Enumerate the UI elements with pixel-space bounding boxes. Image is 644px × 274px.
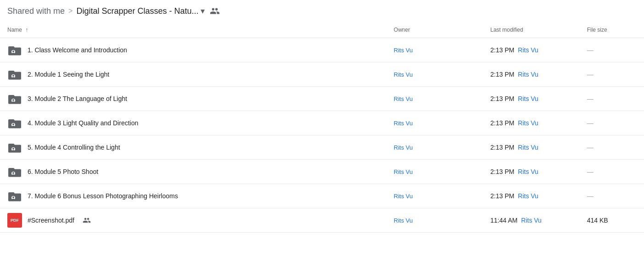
file-name-label: #Screenshot.pdf [28,217,74,224]
file-size: — [580,38,644,62]
size-dash: — [587,46,594,54]
size-dash: — [587,168,594,175]
chevron-down-icon[interactable]: ▾ [201,6,205,16]
modified-time: 2:13 PM [490,119,516,127]
folder-icon [7,140,22,155]
table-row[interactable]: 4. Module 3 Light Quality and DirectionR… [0,111,644,135]
file-name-cell: 3. Module 2 The Language of Light [7,91,379,106]
breadcrumb-current-label: Digital Scrapper Classes - Natu... [76,6,198,16]
file-size: — [580,160,644,184]
modified-cell: 2:13 PM Rits Vu [483,87,579,111]
modified-cell: 2:13 PM Rits Vu [483,135,579,160]
shared-people-icon [83,216,91,224]
size-dash: — [587,71,594,78]
modified-owner-link[interactable]: Rits Vu [518,46,538,54]
modified-cell: 2:13 PM Rits Vu [483,184,579,208]
file-name-cell: 1. Class Welcome and Introduction [7,43,379,57]
owner-link[interactable]: Rits Vu [394,47,413,54]
folder-icon [7,116,22,130]
file-size: — [580,62,644,87]
owner-link[interactable]: Rits Vu [394,95,413,102]
table-header-row: Name ↑ Owner Last modified File size [0,22,644,38]
owner-link[interactable]: Rits Vu [394,217,413,224]
table-row[interactable]: 2. Module 1 Seeing the LightRits Vu2:13 … [0,62,644,87]
modified-time: 11:44 AM [490,217,519,224]
owner-link[interactable]: Rits Vu [394,144,413,151]
breadcrumb-current-folder: Digital Scrapper Classes - Natu... ▾ [76,6,204,16]
file-name-cell: 4. Module 3 Light Quality and Direction [7,116,379,130]
folder-icon [7,43,22,57]
modified-time: 2:13 PM [490,168,516,175]
file-name-cell: PDF#Screenshot.pdf [7,213,379,228]
modified-owner-link[interactable]: Rits Vu [518,192,538,200]
file-size: — [580,111,644,135]
breadcrumb: Shared with me > Digital Scrapper Classe… [0,0,644,22]
file-name-label: 7. Module 6 Bonus Lesson Photographing H… [28,192,178,200]
shared-people-icon[interactable] [208,5,221,17]
folder-icon [7,67,22,82]
owner-link[interactable]: Rits Vu [394,168,413,175]
modified-owner-link[interactable]: Rits Vu [518,71,538,78]
pdf-icon: PDF [7,213,22,228]
modified-owner-link[interactable]: Rits Vu [521,217,542,224]
table-row[interactable]: 7. Module 6 Bonus Lesson Photographing H… [0,184,644,208]
folder-icon [7,189,22,203]
file-size: — [580,87,644,111]
file-name-cell: 6. Module 5 Photo Shoot [7,164,379,179]
file-size: 414 KB [580,208,644,233]
modified-cell: 2:13 PM Rits Vu [483,62,579,87]
column-header-name[interactable]: Name ↑ [0,22,386,38]
size-dash: — [587,119,594,127]
file-name-label: 3. Module 2 The Language of Light [28,95,127,102]
modified-owner-link[interactable]: Rits Vu [518,95,538,102]
file-name-cell: 2. Module 1 Seeing the Light [7,67,379,82]
file-size: — [580,184,644,208]
breadcrumb-separator: > [68,7,73,15]
modified-owner-link[interactable]: Rits Vu [518,144,538,151]
size-dash: — [587,144,594,151]
sort-ascending-icon: ↑ [25,27,28,33]
column-header-owner[interactable]: Owner [386,22,483,38]
file-name-cell: 5. Module 4 Controlling the Light [7,140,379,155]
modified-owner-link[interactable]: Rits Vu [518,119,538,127]
file-name-cell: 7. Module 6 Bonus Lesson Photographing H… [7,189,379,203]
modified-time: 2:13 PM [490,71,516,78]
owner-link[interactable]: Rits Vu [394,193,413,200]
table-row[interactable]: 3. Module 2 The Language of LightRits Vu… [0,87,644,111]
modified-cell: 11:44 AM Rits Vu [483,208,579,233]
size-dash: — [587,192,594,200]
file-name-label: 6. Module 5 Photo Shoot [28,168,98,175]
file-table: Name ↑ Owner Last modified File size 1. … [0,22,644,233]
table-row[interactable]: 6. Module 5 Photo ShootRits Vu2:13 PM Ri… [0,160,644,184]
table-row[interactable]: PDF#Screenshot.pdfRits Vu11:44 AM Rits V… [0,208,644,233]
folder-icon [7,91,22,106]
modified-time: 2:13 PM [490,95,516,102]
breadcrumb-shared-with-me[interactable]: Shared with me [7,6,65,16]
table-row[interactable]: 5. Module 4 Controlling the LightRits Vu… [0,135,644,160]
file-name-label: 4. Module 3 Light Quality and Direction [28,119,138,127]
file-name-label: 5. Module 4 Controlling the Light [28,144,120,151]
size-dash: — [587,95,594,102]
modified-time: 2:13 PM [490,144,516,151]
file-name-label: 2. Module 1 Seeing the Light [28,71,109,78]
modified-cell: 2:13 PM Rits Vu [483,38,579,62]
file-name-label: 1. Class Welcome and Introduction [28,46,127,54]
modified-time: 2:13 PM [490,46,516,54]
folder-icon [7,164,22,179]
file-size: — [580,135,644,160]
modified-time: 2:13 PM [490,192,516,200]
column-header-modified[interactable]: Last modified [483,22,579,38]
modified-cell: 2:13 PM Rits Vu [483,111,579,135]
modified-cell: 2:13 PM Rits Vu [483,160,579,184]
owner-link[interactable]: Rits Vu [394,71,413,78]
column-header-size[interactable]: File size [580,22,644,38]
owner-link[interactable]: Rits Vu [394,120,413,127]
modified-owner-link[interactable]: Rits Vu [518,168,538,175]
table-row[interactable]: 1. Class Welcome and IntroductionRits Vu… [0,38,644,62]
